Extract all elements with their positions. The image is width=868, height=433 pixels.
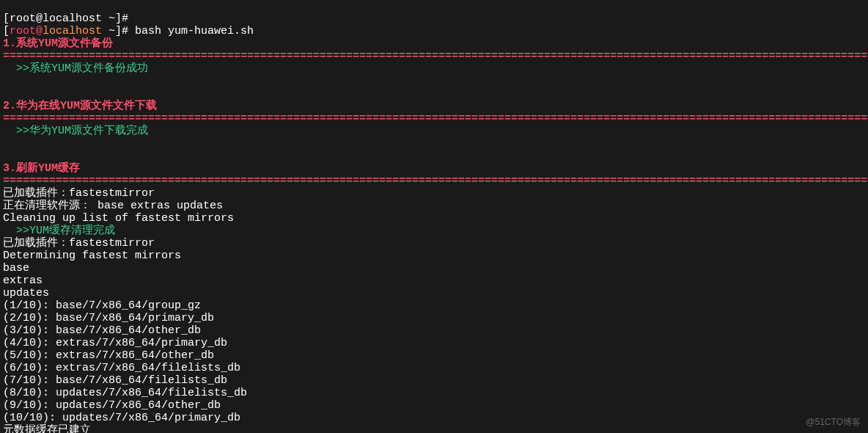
divider-2: ========================================… <box>3 112 868 125</box>
out-line: (8/10): updates/7/x86_64/filelists_db <box>3 387 247 399</box>
clean-success: >>YUM缓存清理完成 <box>3 225 115 237</box>
out-line: (3/10): base/7/x86_64/other_db <box>3 324 201 337</box>
blank <box>3 87 10 100</box>
out-line: (10/10): updates/7/x86_64/primary_db <box>3 412 240 424</box>
out-line: 元数据缓存已建立 <box>3 424 91 433</box>
section1-success: >>系统YUM源文件备份成功 <box>3 62 148 75</box>
divider-1: ========================================… <box>3 50 868 62</box>
out-line: 已加载插件：fastestmirror <box>3 237 155 250</box>
section2-title: 2.华为在线YUM源文件文件下载 <box>3 100 157 112</box>
divider-3: ========================================… <box>3 175 868 187</box>
out-line: 已加载插件：fastestmirror <box>3 187 155 200</box>
prompt-line-0: [root@localhost ~]# <box>3 12 128 25</box>
out-line: 正在清理软件源： base extras updates <box>3 200 223 212</box>
blank <box>3 137 10 150</box>
blank <box>3 150 10 162</box>
out-line: Cleaning up list of fastest mirrors <box>3 212 234 225</box>
section1-title: 1.系统YUM源文件备份 <box>3 37 113 50</box>
out-line: (5/10): extras/7/x86_64/other_db <box>3 349 214 362</box>
command-text: bash yum-huawei.sh <box>135 25 254 37</box>
out-line: Determining fastest mirrors <box>3 250 181 262</box>
out-line: updates <box>3 287 49 299</box>
out-line: (1/10): base/7/x86_64/group_gz <box>3 299 201 312</box>
out-line: (4/10): extras/7/x86_64/primary_db <box>3 337 227 349</box>
out-line: base <box>3 262 29 274</box>
out-line: (7/10): base/7/x86_64/filelists_db <box>3 374 227 387</box>
watermark: @51CTO博客 <box>806 416 861 429</box>
blank <box>3 75 10 87</box>
out-line: extras <box>3 274 43 287</box>
out-line: (9/10): updates/7/x86_64/other_db <box>3 399 221 412</box>
out-line: (2/10): base/7/x86_64/primary_db <box>3 312 214 324</box>
terminal-output[interactable]: [root@localhost ~]# [root@localhost ~]# … <box>0 0 868 433</box>
section3-title: 3.刷新YUM缓存 <box>3 162 80 175</box>
prompt-line-1: [root@localhost ~]# bash yum-huawei.sh <box>3 25 254 37</box>
section2-success: >>华为YUM源文件下载完成 <box>3 125 148 137</box>
out-line: (6/10): extras/7/x86_64/filelists_db <box>3 362 240 374</box>
